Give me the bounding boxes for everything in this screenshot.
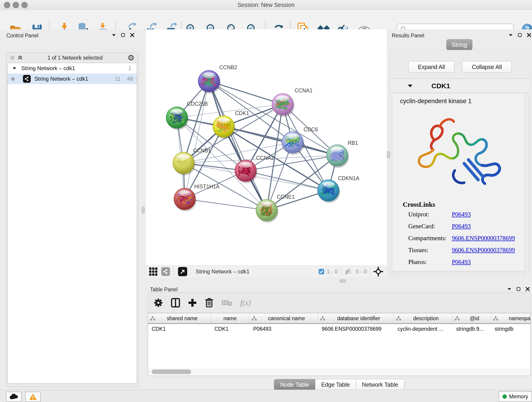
- node-label-CCNA1: CCNA1: [295, 88, 312, 94]
- crosslink-row: GeneCard:P06493: [408, 223, 471, 230]
- delete-table-icon-disabled: [221, 299, 232, 307]
- results-vertical-scrollbar[interactable]: [525, 93, 529, 271]
- tab-node-table[interactable]: Node Table: [274, 379, 315, 390]
- table-row[interactable]: CDK1CDK1P064939606.ENSP00000378699cyclin…: [148, 324, 530, 334]
- network-edge-CCNB2-CCNE1[interactable]: [209, 81, 267, 210]
- network-selection-status: 1 of 1 Network selected: [23, 55, 128, 61]
- show-columns-icon[interactable]: [171, 298, 180, 307]
- application-window: Session: New Session: [0, 0, 532, 402]
- network-collection-row[interactable]: String Network – cdk1 1: [7, 63, 137, 74]
- scrollbar-thumb[interactable]: [152, 370, 191, 374]
- column-header-database-identifier[interactable]: database identifier: [318, 313, 394, 323]
- left-splitter-grip[interactable]: [142, 207, 145, 214]
- node-details: cyclin-dependent kinase 1: [392, 93, 525, 271]
- network-edge-CCNB2-HIST1H1A[interactable]: [185, 81, 209, 199]
- network-badge-icon[interactable]: [161, 267, 170, 276]
- panel-menu-icon[interactable]: [112, 34, 116, 36]
- network-options-gear-icon[interactable]: ⚙: [128, 53, 134, 62]
- crosslink-link[interactable]: 9606.ENSP00000378699: [452, 235, 515, 242]
- panel-close-icon[interactable]: [527, 33, 531, 37]
- column-header-shared-name[interactable]: shared name: [148, 313, 211, 323]
- column-header--id[interactable]: @id: [452, 313, 491, 323]
- section-collapse-icon[interactable]: [408, 84, 413, 88]
- table-cell[interactable]: CDK1: [148, 324, 211, 334]
- node-label-CCNB2: CCNB2: [219, 64, 237, 70]
- expand-all-icon[interactable]: [18, 56, 23, 60]
- panel-float-icon[interactable]: [518, 33, 522, 37]
- network-view-toolbar: String Network – cdk1 1 - 0 0 - 0: [146, 265, 387, 278]
- panel-close-icon[interactable]: [130, 33, 134, 37]
- column-header-namespace[interactable]: namespace: [491, 313, 531, 323]
- panel-float-icon[interactable]: [516, 287, 520, 291]
- crosslink-link[interactable]: P06493: [452, 259, 471, 266]
- table-cell[interactable]: P06493: [249, 324, 318, 334]
- tab-network-table[interactable]: Network Table: [356, 379, 404, 390]
- status-bar: Memory: [0, 390, 532, 402]
- tree-expand-icon[interactable]: [13, 67, 16, 70]
- table-header-row: shared namenamecanonical namedatabase id…: [148, 313, 530, 324]
- crosslink-link[interactable]: P06493: [452, 211, 471, 218]
- table-cell[interactable]: cyclin-dependent ...: [394, 324, 452, 334]
- table-cell[interactable]: stringdb: [491, 324, 531, 334]
- column-header-canonical-name[interactable]: canonical name: [249, 313, 318, 323]
- node-label-CDC6: CDC6: [304, 127, 318, 133]
- table-toolbar: f(x): [148, 293, 531, 313]
- network-edge-count: 48: [127, 76, 133, 82]
- crosslink-label: Pharos:: [408, 259, 452, 266]
- warnings-button[interactable]: [25, 392, 41, 402]
- expand-all-button[interactable]: Expand All: [409, 61, 454, 73]
- main-toolbar: ?: [0, 10, 532, 30]
- network-node-RB1[interactable]: RB1: [326, 140, 358, 168]
- network-node-HIST1H1A[interactable]: HIST1H1A: [174, 184, 220, 211]
- table-tabs: Node TableEdge TableNetwork Table: [274, 379, 404, 390]
- table-cell[interactable]: 9606.ENSP00000378699: [318, 324, 394, 334]
- tab-string[interactable]: String: [446, 39, 472, 50]
- network-row-selected[interactable]: String Network – cdk1 11 48: [7, 74, 137, 84]
- network-node-CDK1[interactable]: CDK1: [213, 110, 249, 139]
- network-node-CCNA1[interactable]: CCNA1: [272, 88, 312, 117]
- panel-float-icon[interactable]: [121, 33, 125, 37]
- table-settings-gear-icon[interactable]: [153, 298, 163, 307]
- panel-menu-icon[interactable]: [509, 34, 513, 36]
- crosslink-link[interactable]: P06493: [452, 223, 471, 230]
- column-header-name[interactable]: name: [211, 313, 249, 323]
- memory-button[interactable]: Memory: [499, 391, 532, 402]
- tab-edge-table[interactable]: Edge Table: [315, 379, 356, 390]
- network-edge-CDK1-RB1[interactable]: [224, 127, 337, 155]
- results-panel-title: Results Panel: [392, 32, 424, 39]
- network-node-CCNB2[interactable]: CCNB2: [198, 64, 237, 94]
- grid-view-icon[interactable]: [149, 267, 158, 276]
- control-panel: Control Panel NetworkStyleSelectSets 1 o…: [0, 29, 144, 390]
- horizontal-splitter-grip[interactable]: [339, 279, 346, 283]
- network-node-CCNE1[interactable]: CCNE1: [256, 194, 295, 223]
- crosslink-label: GeneCard:: [408, 223, 452, 230]
- hidden-counter: 0 - 0: [356, 268, 367, 275]
- network-edge-HIST1H1A-CCNE1[interactable]: [185, 199, 267, 210]
- title-bar: Session: New Session: [0, 0, 532, 10]
- crosslink-link[interactable]: 9606.ENSP00000378699: [452, 247, 515, 254]
- network-node-CDC6[interactable]: CDC6: [282, 127, 318, 155]
- selected-checkbox-icon[interactable]: [318, 269, 324, 274]
- table-cell[interactable]: CDK1: [211, 324, 249, 334]
- collapse-all-button[interactable]: Collapse All: [462, 61, 512, 73]
- table-cell[interactable]: stringdb:9...: [452, 324, 491, 334]
- crosslink-label: Uniprot:: [408, 211, 452, 218]
- results-node-section: CDK1 cyclin-dependent kinase 1: [390, 79, 530, 281]
- right-splitter-grip[interactable]: [387, 151, 390, 158]
- network-canvas[interactable]: CCNB2CCNA1CDC25BCDK1CDC6RB1CCNB1CCNA2CDK…: [146, 29, 387, 265]
- node-section-header[interactable]: CDK1: [391, 80, 530, 93]
- table-horizontal-scrollbar[interactable]: [148, 368, 530, 375]
- cloud-icon: [9, 394, 18, 400]
- birds-eye-crosshair-icon[interactable]: [374, 267, 383, 276]
- network-node-CDKN1A[interactable]: CDKN1A: [317, 175, 360, 203]
- panel-menu-icon[interactable]: [507, 288, 511, 290]
- control-panel-title: Control Panel: [6, 32, 38, 39]
- cloud-status-button[interactable]: [6, 392, 22, 402]
- open-in-new-icon[interactable]: [178, 267, 187, 276]
- column-header-description[interactable]: description: [394, 313, 452, 323]
- delete-column-icon[interactable]: [205, 298, 214, 308]
- add-column-icon[interactable]: [188, 298, 197, 307]
- collapse-all-icon[interactable]: [10, 56, 15, 60]
- network-label: String Network – cdk1: [34, 76, 88, 82]
- panel-close-icon[interactable]: [526, 287, 530, 291]
